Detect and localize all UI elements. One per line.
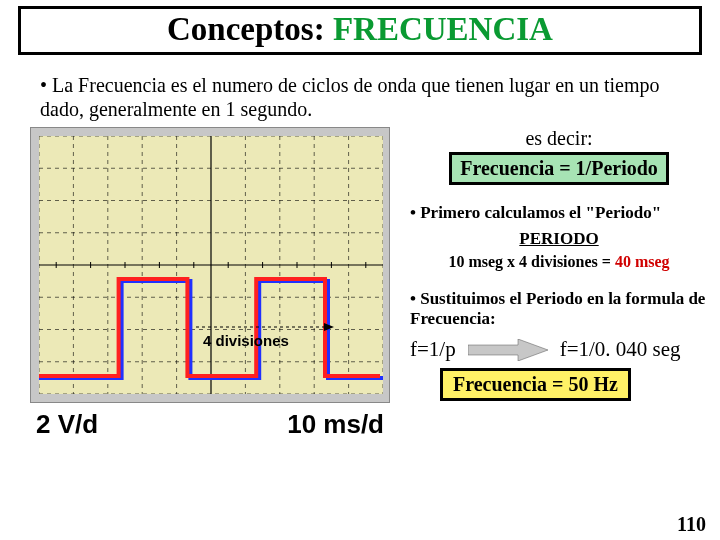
volts-per-div: 2 V/d (36, 409, 98, 440)
left-column: 4 divisiones 2 V/d 10 ms/d (30, 127, 400, 440)
svg-marker-32 (468, 339, 548, 361)
oscilloscope-screen: 4 divisiones (39, 136, 383, 394)
title-highlight: FRECUENCIA (333, 11, 553, 47)
bullet-periodo: • Primero calculamos el "Periodo" (410, 203, 708, 223)
scope-grid-svg (39, 136, 383, 394)
periodo-calc-result: 40 mseg (615, 253, 670, 270)
bullet-sustituimos: • Sustituimos el Periodo en la formula d… (410, 289, 708, 329)
arrow-icon (468, 339, 548, 361)
scope-footer: 2 V/d 10 ms/d (30, 409, 390, 440)
page-number: 110 (677, 513, 706, 536)
divisions-label: 4 divisiones (203, 332, 289, 349)
f-symbolic: f=1/p (410, 337, 456, 362)
f-numeric: f=1/0. 040 seg (560, 337, 681, 362)
title-box: Conceptos: FRECUENCIA (18, 6, 702, 55)
es-decir: es decir: (410, 127, 708, 150)
oscilloscope: 4 divisiones (30, 127, 390, 403)
time-per-div: 10 ms/d (287, 409, 384, 440)
content-row: 4 divisiones 2 V/d 10 ms/d es decir: Fre… (30, 127, 708, 440)
intro-text: • La Frecuencia es el numero de ciclos d… (40, 73, 680, 121)
right-column: es decir: Frecuencia = 1/Periodo • Prime… (400, 127, 708, 440)
periodo-heading: PERIODO (410, 229, 708, 249)
periodo-calc: 10 mseg x 4 divisiones = 40 mseg (410, 253, 708, 271)
svg-marker-31 (324, 323, 334, 331)
title-prefix: Conceptos: (167, 11, 333, 47)
frequency-row: f=1/p f=1/0. 040 seg (410, 337, 708, 362)
formula-frecuencia-periodo: Frecuencia = 1/Periodo (449, 152, 669, 185)
periodo-calc-prefix: 10 mseg x 4 divisiones = (448, 253, 614, 270)
result-box: Frecuencia = 50 Hz (440, 368, 631, 401)
